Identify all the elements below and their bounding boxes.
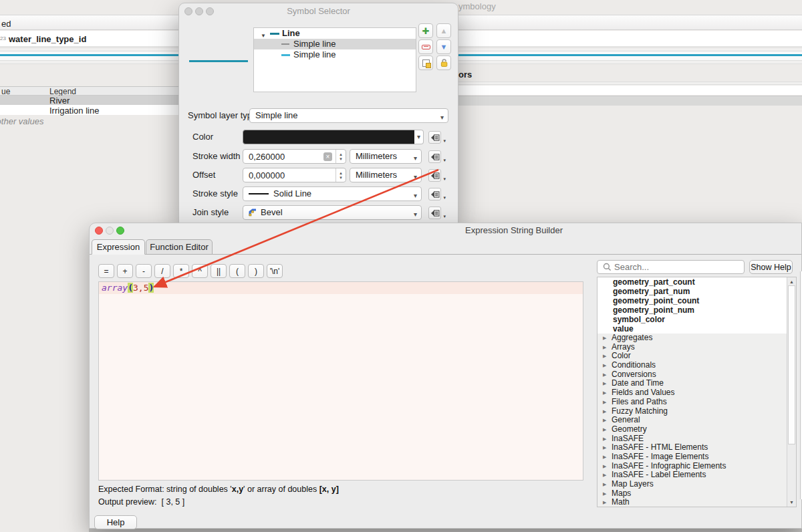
caret-right-icon[interactable]: ▶ — [603, 407, 606, 416]
function-search-input[interactable] — [614, 262, 734, 272]
scroll-down-icon[interactable]: ▼ — [787, 500, 796, 505]
close-icon[interactable] — [95, 227, 103, 235]
tree-item-simple-line-2[interactable]: Simple line — [254, 49, 416, 60]
spin-down-icon[interactable]: ▾ — [340, 175, 342, 180]
function-group-item[interactable]: ▶Fields and Values — [597, 388, 787, 398]
symbol-layer-type-select[interactable]: Simple line ▾ — [249, 108, 448, 123]
duplicate-button[interactable] — [418, 55, 433, 70]
function-group-item[interactable]: ▶General — [597, 416, 787, 425]
function-item[interactable]: geometry_point_count — [597, 296, 787, 305]
clear-value-icon[interactable]: × — [323, 152, 332, 161]
operator-button[interactable]: - — [136, 264, 152, 278]
function-item[interactable]: geometry_part_count — [597, 277, 787, 287]
function-list-scrollbar[interactable]: ▲ ▼ — [787, 277, 796, 507]
expression-editor[interactable]: array(3,5) — [98, 281, 583, 481]
function-list[interactable]: geometry_part_countgeometry_part_numgeom… — [597, 277, 797, 507]
function-group-item[interactable]: ▶InaSAFE - Image Elements — [597, 452, 787, 462]
caret-right-icon[interactable]: ▶ — [603, 462, 606, 471]
function-item[interactable]: value — [597, 324, 787, 334]
function-group-item[interactable]: ▶Maps — [597, 489, 787, 499]
offset-data-defined-override-button[interactable] — [428, 169, 441, 182]
bg-row-river[interactable] — [0, 96, 180, 105]
color-swatch-button[interactable] — [243, 130, 415, 144]
color-dropdown-button[interactable]: ▾ — [414, 130, 424, 144]
function-group-item[interactable]: ▶Files and Paths — [597, 398, 787, 407]
symbol-layer-tree[interactable]: ▼ Line Simple line Simple line — [253, 27, 416, 92]
stroke-width-input[interactable]: 0,260000 × ▴▾ — [243, 149, 346, 164]
caret-right-icon[interactable]: ▶ — [603, 398, 606, 407]
tree-item-line[interactable]: ▼ Line — [254, 28, 416, 39]
caret-right-icon[interactable]: ▶ — [603, 489, 606, 499]
function-item[interactable]: geometry_part_num — [597, 287, 787, 296]
function-group-item[interactable]: ▶Geometry — [597, 425, 787, 434]
operator-button[interactable]: / — [154, 264, 170, 278]
stroke-width-stepper[interactable]: ▴▾ — [336, 150, 346, 163]
scroll-up-icon[interactable]: ▲ — [787, 279, 796, 284]
operator-button[interactable]: * — [173, 264, 189, 278]
tree-item-simple-line-1[interactable]: Simple line — [254, 39, 416, 49]
offset-input[interactable]: 0,000000 ▴▾ — [243, 168, 346, 182]
function-group-item[interactable]: ▶Fuzzy Matching — [597, 407, 787, 416]
function-group-item[interactable]: ▶Conditionals — [597, 361, 787, 370]
function-group-item[interactable]: ▶Arrays — [597, 343, 787, 352]
override-menu-arrow-icon[interactable]: ▾ — [443, 138, 446, 144]
function-group-item[interactable]: ▶InaSAFE - Label Elements — [597, 471, 787, 480]
function-group-item[interactable]: ▶Map Layers — [597, 480, 787, 489]
caret-right-icon[interactable]: ▶ — [603, 480, 606, 489]
caret-right-icon[interactable]: ▶ — [603, 425, 606, 434]
join-style-data-defined-override-button[interactable] — [428, 207, 441, 219]
color-data-defined-override-button[interactable] — [428, 131, 441, 144]
stroke-width-data-defined-override-button[interactable] — [428, 150, 441, 163]
override-menu-arrow-icon[interactable]: ▾ — [443, 214, 446, 219]
stroke-width-unit-select[interactable]: Millimeters ▾ — [350, 149, 422, 164]
caret-right-icon[interactable]: ▶ — [603, 416, 606, 425]
maximize-icon[interactable] — [116, 227, 124, 235]
caret-right-icon[interactable]: ▶ — [603, 498, 606, 507]
operator-button[interactable]: ^ — [192, 264, 208, 278]
show-help-button[interactable]: Show Help — [749, 260, 793, 274]
scrollbar-thumb[interactable] — [788, 285, 795, 444]
caret-right-icon[interactable]: ▶ — [603, 379, 606, 388]
operator-button[interactable]: ) — [248, 264, 264, 278]
operator-button[interactable]: = — [98, 264, 114, 278]
function-item[interactable]: geometry_point_num — [597, 305, 787, 315]
caret-right-icon[interactable]: ▶ — [603, 334, 606, 343]
join-style-select[interactable]: Bevel ▾ — [243, 205, 422, 220]
function-group-item[interactable]: ▶InaSAFE - HTML Elements — [597, 443, 787, 452]
lock-button[interactable] — [436, 55, 451, 70]
operator-button[interactable]: ( — [229, 264, 245, 278]
spin-up-icon[interactable]: ▴ — [340, 152, 342, 156]
caret-right-icon[interactable]: ▶ — [603, 443, 606, 452]
caret-right-icon[interactable]: ▶ — [603, 388, 606, 398]
offset-stepper[interactable]: ▴▾ — [336, 168, 346, 182]
stroke-style-select[interactable]: Solid Line ▾ — [243, 186, 422, 201]
move-up-button[interactable]: ▲ — [436, 23, 451, 38]
minimize-icon[interactable] — [106, 227, 114, 235]
spin-up-icon[interactable]: ▴ — [340, 170, 342, 175]
function-group-item[interactable]: ▶Color — [597, 352, 787, 361]
tab-function-editor[interactable]: Function Editor — [146, 239, 213, 255]
caret-right-icon[interactable]: ▶ — [603, 370, 606, 380]
minimize-icon[interactable] — [195, 7, 203, 15]
function-group-item[interactable]: ▶Date and Time — [597, 379, 787, 388]
maximize-icon[interactable] — [206, 7, 214, 15]
override-menu-arrow-icon[interactable]: ▾ — [443, 158, 446, 163]
caret-right-icon[interactable]: ▶ — [603, 361, 606, 370]
add-symbol-layer-button[interactable]: ✚ — [418, 23, 433, 38]
stroke-style-data-defined-override-button[interactable] — [428, 188, 441, 201]
function-group-item[interactable]: ▶InaSAFE — [597, 434, 787, 444]
caret-right-icon[interactable]: ▶ — [603, 471, 606, 480]
caret-right-icon[interactable]: ▶ — [603, 352, 606, 361]
operator-button[interactable]: || — [211, 264, 227, 278]
tab-expression[interactable]: Expression — [92, 239, 145, 255]
caret-right-icon[interactable]: ▶ — [603, 343, 606, 352]
function-group-item[interactable]: ▶Conversions — [597, 370, 787, 380]
remove-symbol-layer-button[interactable] — [418, 39, 433, 54]
override-menu-arrow-icon[interactable]: ▾ — [443, 176, 446, 182]
move-down-button[interactable]: ▼ — [436, 39, 451, 54]
help-button[interactable]: Help — [94, 515, 137, 529]
function-item[interactable]: symbol_color — [597, 315, 787, 324]
spin-down-icon[interactable]: ▾ — [340, 156, 342, 161]
caret-right-icon[interactable]: ▶ — [603, 434, 606, 444]
caret-right-icon[interactable]: ▶ — [603, 452, 606, 462]
